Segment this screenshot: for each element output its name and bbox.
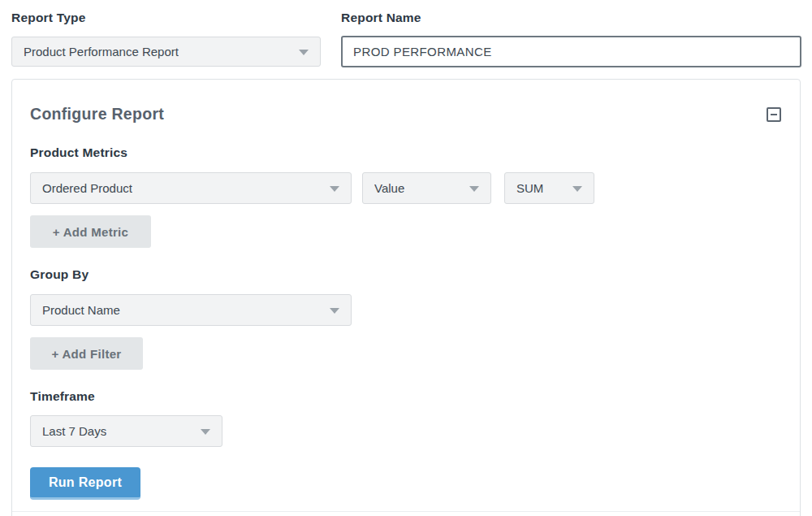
minus-icon	[771, 114, 777, 115]
report-type-select[interactable]: Product Performance Report	[11, 37, 321, 67]
group-by-label: Group By	[30, 267, 89, 282]
chevron-down-icon	[572, 186, 582, 192]
report-type-label: Report Type	[11, 11, 85, 25]
report-builder-page: Report Type Product Performance Report R…	[0, 0, 812, 516]
metric-selected-value: Ordered Product	[42, 181, 132, 195]
add-metric-button[interactable]: + Add Metric	[30, 215, 151, 248]
group-by-selected-value: Product Name	[42, 303, 120, 317]
timeframe-label: Timeframe	[30, 389, 95, 404]
configure-report-card: Configure Report Product Metrics Ordered…	[11, 79, 801, 516]
section-divider	[12, 511, 800, 512]
chevron-down-icon	[299, 50, 309, 55]
collapse-section-button[interactable]	[767, 107, 781, 122]
report-name-input[interactable]	[341, 36, 801, 67]
aggregation-selected-value: SUM	[516, 181, 543, 195]
value-type-select[interactable]: Value	[362, 172, 491, 204]
add-filter-button[interactable]: + Add Filter	[30, 337, 143, 370]
chevron-down-icon	[330, 308, 339, 314]
value-type-selected-value: Value	[374, 181, 404, 195]
chevron-down-icon	[469, 186, 479, 192]
report-name-label: Report Name	[341, 11, 421, 25]
configure-report-title: Configure Report	[30, 105, 164, 124]
product-metrics-label: Product Metrics	[30, 145, 127, 160]
chevron-down-icon	[330, 186, 339, 192]
metric-select[interactable]: Ordered Product	[30, 172, 352, 204]
run-report-button[interactable]: Run Report	[30, 467, 140, 500]
aggregation-select[interactable]: SUM	[504, 172, 594, 204]
group-by-select[interactable]: Product Name	[30, 294, 352, 326]
report-type-selected-value: Product Performance Report	[24, 45, 179, 59]
timeframe-select[interactable]: Last 7 Days	[30, 415, 222, 447]
timeframe-selected-value: Last 7 Days	[42, 424, 106, 438]
chevron-down-icon	[201, 429, 210, 435]
